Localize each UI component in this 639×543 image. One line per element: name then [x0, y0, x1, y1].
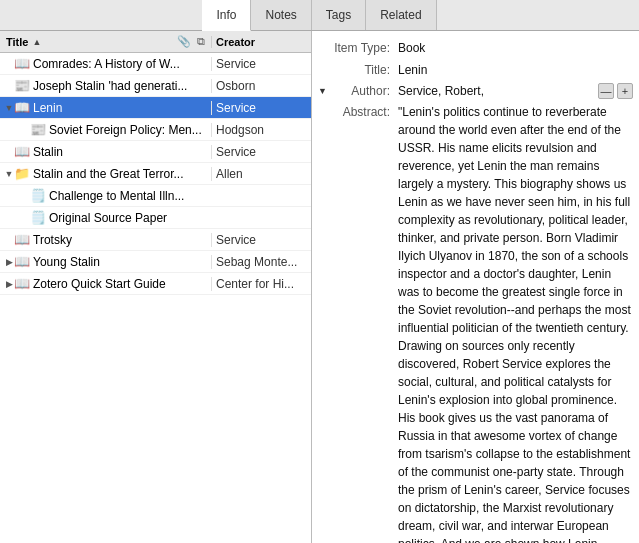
tree-creator-11: Center for Hi...: [211, 277, 311, 291]
tree-label-8: Original Source Paper: [49, 211, 167, 225]
title-field-value[interactable]: Lenin: [398, 61, 633, 79]
tab-info[interactable]: Info: [202, 0, 251, 31]
tree-item-3[interactable]: ▼📖LeninService: [0, 97, 311, 119]
info-panel: Item Type: Book Title: Lenin ▼ Author: S…: [312, 31, 639, 543]
tree-label-11: Zotero Quick Start Guide: [33, 277, 166, 291]
tree-item-content-9: 📖Trotsky: [4, 232, 211, 247]
tree-toggle-7: [20, 191, 30, 201]
author-row: ▼ Author: Service, Robert, — +: [318, 83, 633, 99]
tree-creator-2: Osborn: [211, 79, 311, 93]
main-layout: Title ▲ 📎 ⧉ Creator 📖Comrades: A History…: [0, 31, 639, 543]
tree-label-7: Challenge to Mental Illn...: [49, 189, 184, 203]
tree-label-6: Stalin and the Great Terror...: [33, 167, 184, 181]
tree-creator-6: Allen: [211, 167, 311, 181]
tree-toggle-3[interactable]: ▼: [4, 103, 14, 113]
title-col-label: Title: [6, 36, 28, 48]
tree-creator-9: Service: [211, 233, 311, 247]
author-minus-button[interactable]: —: [598, 83, 614, 99]
tree-item-content-1: 📖Comrades: A History of W...: [4, 56, 211, 71]
author-plus-button[interactable]: +: [617, 83, 633, 99]
tree-icon-2: 📰: [14, 78, 30, 93]
tab-tags[interactable]: Tags: [312, 0, 366, 30]
new-window-icon[interactable]: ⧉: [195, 34, 207, 49]
abstract-row: Abstract: "Lenin's politics continue to …: [318, 103, 633, 543]
tree-toggle-9: [4, 235, 14, 245]
tab-related[interactable]: Related: [366, 0, 436, 30]
tree-item-8[interactable]: 🗒️Original Source Paper: [0, 207, 311, 229]
abstract-value[interactable]: "Lenin's politics continue to reverberat…: [398, 103, 633, 543]
tab-notes[interactable]: Notes: [251, 0, 311, 30]
tree-toggle-4: [20, 125, 30, 135]
attach-icon[interactable]: 📎: [175, 34, 193, 49]
author-field-label: Author:: [330, 84, 398, 98]
item-type-label: Item Type:: [318, 39, 398, 57]
tree-item-6[interactable]: ▼📁Stalin and the Great Terror...Allen: [0, 163, 311, 185]
tree-item-1[interactable]: 📖Comrades: A History of W...Service: [0, 53, 311, 75]
tree-label-9: Trotsky: [33, 233, 72, 247]
tree-list[interactable]: 📖Comrades: A History of W...Service📰Jose…: [0, 53, 311, 543]
tree-creator-10: Sebag Monte...: [211, 255, 311, 269]
tree-icon-1: 📖: [14, 56, 30, 71]
tree-icon-5: 📖: [14, 144, 30, 159]
tree-item-content-10: ▶📖Young Stalin: [4, 254, 211, 269]
tree-toggle-6[interactable]: ▼: [4, 169, 14, 179]
tree-item-content-11: ▶📖Zotero Quick Start Guide: [4, 276, 211, 291]
sort-arrow-icon: ▲: [32, 37, 41, 47]
tree-icon-9: 📖: [14, 232, 30, 247]
tree-label-3: Lenin: [33, 101, 62, 115]
tree-toggle-8: [20, 213, 30, 223]
creator-column-header[interactable]: Creator: [211, 36, 311, 48]
tree-toggle-5: [4, 147, 14, 157]
tree-item-11[interactable]: ▶📖Zotero Quick Start GuideCenter for Hi.…: [0, 273, 311, 295]
title-column-header[interactable]: Title ▲: [0, 36, 175, 48]
tree-toggle-11[interactable]: ▶: [4, 279, 14, 289]
tree-label-5: Stalin: [33, 145, 63, 159]
tree-icon-7: 🗒️: [30, 188, 46, 203]
tree-item-9[interactable]: 📖TrotskyService: [0, 229, 311, 251]
tree-creator-1: Service: [211, 57, 311, 71]
tree-item-5[interactable]: 📖StalinService: [0, 141, 311, 163]
tree-label-10: Young Stalin: [33, 255, 100, 269]
tree-label-1: Comrades: A History of W...: [33, 57, 180, 71]
tree-item-content-3: ▼📖Lenin: [4, 100, 211, 115]
header-actions: 📎 ⧉: [175, 34, 211, 49]
tree-creator-3: Service: [211, 101, 311, 115]
tree-icon-3: 📖: [14, 100, 30, 115]
tree-label-2: Joseph Stalin 'had generati...: [33, 79, 187, 93]
title-row: Title: Lenin: [318, 61, 633, 79]
tree-icon-11: 📖: [14, 276, 30, 291]
author-field-value[interactable]: Service, Robert,: [398, 84, 594, 98]
tree-item-content-2: 📰Joseph Stalin 'had generati...: [4, 78, 211, 93]
tree-toggle-10[interactable]: ▶: [4, 257, 14, 267]
tab-spacer-right: [437, 0, 639, 30]
left-panel: Title ▲ 📎 ⧉ Creator 📖Comrades: A History…: [0, 31, 312, 543]
tree-item-content-8: 🗒️Original Source Paper: [4, 210, 211, 225]
tree-item-content-7: 🗒️Challenge to Mental Illn...: [4, 188, 211, 203]
tree-creator-5: Service: [211, 145, 311, 159]
tree-icon-8: 🗒️: [30, 210, 46, 225]
tab-bar: Info Notes Tags Related: [0, 0, 639, 31]
tree-item-10[interactable]: ▶📖Young StalinSebag Monte...: [0, 251, 311, 273]
tree-icon-6: 📁: [14, 166, 30, 181]
item-type-row: Item Type: Book: [318, 39, 633, 57]
tree-label-4: Soviet Foreign Policy: Men...: [49, 123, 202, 137]
tab-spacer-left: [0, 0, 202, 30]
tree-toggle-1: [4, 59, 14, 69]
author-controls: — +: [598, 83, 633, 99]
tree-item-7[interactable]: 🗒️Challenge to Mental Illn...: [0, 185, 311, 207]
tree-item-content-4: 📰Soviet Foreign Policy: Men...: [4, 122, 211, 137]
tree-item-content-5: 📖Stalin: [4, 144, 211, 159]
author-toggle-icon[interactable]: ▼: [318, 86, 328, 96]
abstract-label: Abstract:: [318, 103, 398, 121]
tree-toggle-2: [4, 81, 14, 91]
tree-item-content-6: ▼📁Stalin and the Great Terror...: [4, 166, 211, 181]
tree-item-2[interactable]: 📰Joseph Stalin 'had generati...Osborn: [0, 75, 311, 97]
right-panel: Item Type: Book Title: Lenin ▼ Author: S…: [312, 31, 639, 543]
list-header: Title ▲ 📎 ⧉ Creator: [0, 31, 311, 53]
title-field-label: Title:: [318, 61, 398, 79]
tree-item-4[interactable]: 📰Soviet Foreign Policy: Men...Hodgson: [0, 119, 311, 141]
tree-icon-10: 📖: [14, 254, 30, 269]
item-type-value[interactable]: Book: [398, 39, 633, 57]
tree-creator-4: Hodgson: [211, 123, 311, 137]
tree-icon-4: 📰: [30, 122, 46, 137]
